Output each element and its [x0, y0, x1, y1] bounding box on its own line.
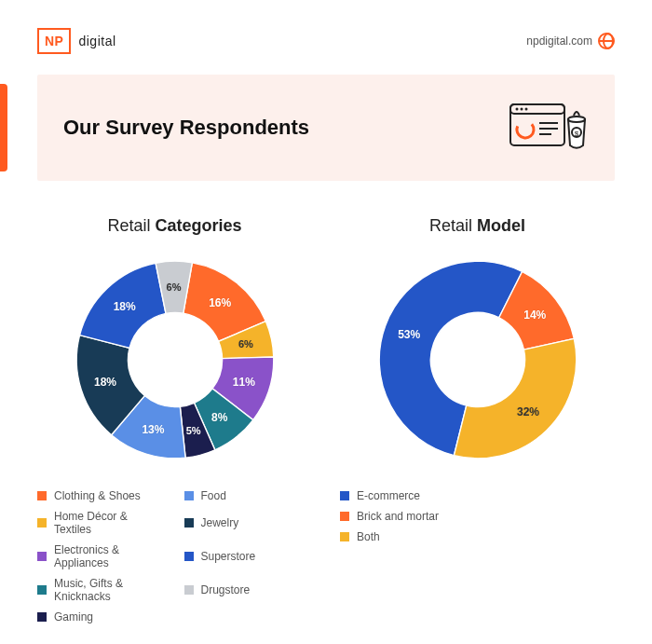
legend-item: Both [340, 530, 615, 543]
legend-item: Jewelry [184, 510, 313, 536]
hero-banner: Our Survey Respondents $ [37, 75, 615, 181]
slice-label: 53% [398, 328, 420, 341]
legend-swatch [184, 552, 194, 561]
legend-swatch [37, 518, 47, 528]
slice-label: 18% [114, 300, 136, 313]
slice-label: 13% [142, 423, 164, 436]
slice-label: 6% [238, 338, 253, 349]
legend-item: Gaming [37, 610, 166, 623]
chart-model-title: Retail Model [429, 216, 525, 236]
legend-swatch [184, 491, 194, 500]
legend-label: Brick and mortar [357, 510, 439, 523]
legend-swatch [184, 585, 194, 595]
brand-logo: NP digital [37, 28, 116, 54]
legend-swatch [340, 512, 349, 521]
legend-item: Music, Gifts & Knicknacks [37, 577, 166, 603]
chart-categories-title: Retail Categories [107, 216, 241, 236]
legend-item: E-commerce [340, 489, 615, 502]
legend-model: E-commerceBrick and mortarBoth [340, 489, 615, 543]
slice-label: 5% [186, 425, 201, 436]
legend-label: Both [357, 530, 380, 543]
svg-point-2 [516, 108, 519, 111]
chart-categories: Retail Categories 16%6%11%8%5%13%18%18%6… [37, 216, 312, 623]
logo-box: NP [37, 28, 71, 54]
slice-label: 14% [523, 308, 546, 322]
legend-item: Drugstore [184, 577, 313, 603]
legend-label: E-commerce [357, 489, 420, 502]
svg-rect-0 [510, 104, 564, 145]
slice-label: 16% [209, 296, 231, 309]
slice-label: 32% [517, 405, 539, 418]
globe-icon [598, 33, 615, 49]
svg-point-3 [521, 108, 523, 111]
legend-swatch [37, 491, 47, 500]
legend-label: Clothing & Shoes [54, 489, 141, 502]
svg-point-4 [525, 108, 528, 111]
chart-model: Retail Model 53%14%32% E-commerceBrick a… [340, 216, 615, 623]
svg-rect-1 [510, 104, 564, 114]
legend-swatch [37, 552, 47, 561]
legend-swatch [37, 612, 47, 622]
legend-label: Jewelry [201, 516, 239, 529]
legend-label: Superstore [201, 550, 256, 563]
slice-label: 18% [94, 376, 116, 389]
legend-item: Home Décor & Textiles [37, 510, 166, 536]
legend-label: Electronics & Appliances [54, 543, 166, 569]
slice-label: 8% [211, 411, 227, 424]
site-url: npdigital.com [526, 34, 592, 48]
legend-item: Electronics & Appliances [37, 543, 166, 569]
svg-point-9 [568, 116, 585, 122]
legend-label: Music, Gifts & Knicknacks [54, 577, 166, 603]
donut-model: 53%14%32% [371, 253, 585, 467]
legend-label: Drugstore [201, 583, 251, 596]
site-link[interactable]: npdigital.com [526, 33, 615, 49]
legend-item: Brick and mortar [340, 510, 615, 523]
donut-categories: 16%6%11%8%5%13%18%18%6% [68, 253, 282, 467]
legend-swatch [340, 532, 349, 541]
legend-item: Food [184, 489, 313, 502]
svg-point-5 [513, 117, 537, 141]
top-bar: NP digital npdigital.com [37, 28, 615, 54]
logo-text: digital [78, 34, 115, 48]
charts-row: Retail Categories 16%6%11%8%5%13%18%18%6… [37, 216, 615, 623]
hero-title: Our Survey Respondents [63, 116, 309, 140]
legend-label: Home Décor & Textiles [54, 510, 166, 536]
svg-text:$: $ [575, 130, 579, 138]
slice-label: 11% [233, 376, 255, 389]
legend-label: Food [201, 489, 226, 502]
legend-item: Superstore [184, 543, 313, 569]
legend-label: Gaming [54, 610, 93, 623]
legend-swatch [340, 491, 349, 500]
legend-categories: Clothing & ShoesFoodHome Décor & Textile… [37, 489, 312, 623]
hero-illustration: $ [509, 99, 589, 157]
legend-item: Clothing & Shoes [37, 489, 166, 502]
legend-swatch [37, 585, 47, 595]
legend-swatch [184, 518, 194, 528]
slice-label: 6% [167, 281, 182, 293]
